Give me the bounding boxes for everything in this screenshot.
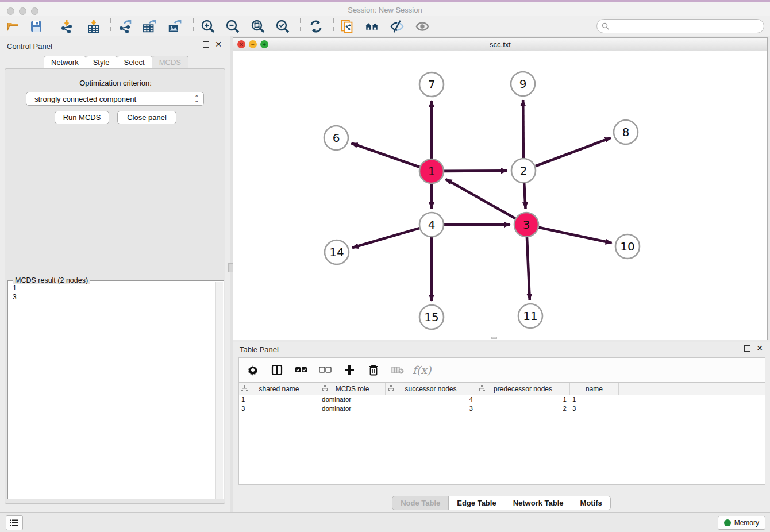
table-panel-buttons: ✕ [744,345,763,352]
show-graphics-icon[interactable] [415,19,430,34]
mcds-result-line: 1 [13,283,215,292]
network-graph-canvas[interactable]: 7968124314101511 [233,51,767,340]
search-icon [602,22,610,30]
edge-2-9[interactable] [523,100,523,158]
column-header-successor-nodes[interactable]: successor nodes [386,383,476,395]
hide-graphics-icon[interactable] [390,19,405,34]
mcds-result-list[interactable]: 13 [9,283,215,302]
optimization-criterion-dropdown[interactable]: strongly connected component ⌃⌄ [26,92,204,106]
table-cell[interactable]: dominator [319,404,386,414]
column-header-MCDS-role[interactable]: MCDS role [319,383,386,395]
node-label-6: 6 [333,131,340,145]
table-toolbar: f(x) [238,357,765,383]
node-label-14: 14 [329,245,344,259]
close-panel-icon[interactable]: ✕ [215,41,222,48]
column-header-predecessor-nodes[interactable]: predecessor nodes [476,383,570,395]
network-resize-grip[interactable] [491,337,497,339]
edge-3-11[interactable] [527,237,530,300]
table-cell[interactable]: 1 [239,395,319,404]
table-header-row: shared nameMCDS rolesuccessor nodesprede… [239,383,765,395]
network-window-titlebar[interactable]: ✕ − + scc.txt [233,38,767,51]
apply-layout-icon[interactable] [309,19,324,34]
import-table-icon[interactable] [86,19,101,34]
edge-2-8[interactable] [536,138,611,166]
float-panel-icon[interactable] [744,345,750,352]
memory-status-icon [724,519,731,526]
column-header-shared-name[interactable]: shared name [239,383,319,395]
search-input[interactable] [610,22,753,30]
import-network-icon[interactable] [59,19,74,34]
memory-button[interactable]: Memory [718,516,765,530]
edge-1-2[interactable] [444,171,507,171]
node-table[interactable]: shared nameMCDS rolesuccessor nodesprede… [238,383,765,485]
open-session-icon[interactable] [6,19,21,34]
column-settings-icon[interactable] [246,363,260,377]
application-window: Session: New Session [0,0,770,532]
tab-network-table[interactable]: Network Table [505,496,572,510]
table-cell[interactable]: 3 [239,404,319,414]
table-cell[interactable]: dominator [319,395,386,404]
node-label-8: 8 [622,125,630,139]
node-label-11: 11 [523,309,537,323]
table-panel-tabs: Node TableEdge TableNetwork TableMotifs [233,496,770,510]
table-rows: 1dominator4113dominator323 [239,395,765,414]
zoom-fit-icon[interactable] [251,19,265,34]
close-panel-icon[interactable]: ✕ [756,345,763,352]
export-image-icon[interactable] [167,19,182,34]
zoom-selected-icon[interactable] [275,19,290,34]
toolbar-separator [53,18,53,34]
column-header-name[interactable]: name [570,383,619,395]
close-panel-button[interactable]: Close panel [117,111,176,124]
table-cell[interactable]: 3 [570,404,619,414]
network-view-window: ✕ − + scc.txt 7968124314101511 [233,37,768,340]
table-cell[interactable]: 1 [570,395,619,404]
save-session-icon[interactable] [29,19,44,34]
table-row[interactable]: 1dominator411 [239,395,765,404]
tab-style[interactable]: Style [86,56,117,68]
function-builder-icon[interactable]: f(x) [415,363,429,377]
node-label-7: 7 [428,78,436,91]
select-all-icon[interactable] [294,363,308,377]
delete-column-icon[interactable] [367,363,380,377]
tab-motifs[interactable]: Motifs [572,496,611,510]
mcds-result-group: MCDS result (2 nodes) 13 [7,280,224,499]
edge-4-14[interactable] [352,228,419,248]
tab-edge-table[interactable]: Edge Table [449,496,505,510]
table-row[interactable]: 3dominator323 [239,404,765,414]
export-network-icon[interactable] [117,19,132,34]
mcds-result-scrollbar[interactable] [215,282,223,499]
tab-node-table[interactable]: Node Table [392,496,449,510]
zoom-in-icon[interactable] [201,19,215,34]
edge-1-6[interactable] [351,143,419,167]
zoom-out-icon[interactable] [225,19,240,34]
edge-3-1[interactable] [445,179,515,218]
edge-2-3[interactable] [524,183,525,209]
home-icon[interactable] [364,19,379,34]
table-cell[interactable]: 4 [386,395,476,404]
export-table-icon[interactable] [142,19,157,34]
control-panel-buttons: ✕ [203,41,222,48]
float-panel-icon[interactable] [203,41,209,48]
new-network-icon[interactable] [340,19,355,34]
node-label-9: 9 [519,77,527,91]
tab-select[interactable]: Select [117,56,152,68]
network-window-title: scc.txt [233,40,767,49]
node-label-1: 1 [428,164,436,178]
task-history-button[interactable] [6,515,23,530]
table-cell[interactable]: 2 [476,404,570,414]
dropdown-value: strongly connected component [34,95,194,103]
add-column-icon[interactable] [342,363,356,377]
search-box[interactable] [596,19,764,33]
deselect-all-icon[interactable] [318,363,332,377]
run-mcds-button[interactable]: Run MCDS [55,111,109,124]
node-label-3: 3 [523,218,530,232]
delete-table-icon[interactable] [391,363,405,377]
table-cell[interactable]: 3 [386,404,476,414]
column-browser-icon[interactable] [270,363,284,377]
node-label-10: 10 [620,240,634,253]
tab-network[interactable]: Network [44,56,86,68]
node-label-15: 15 [424,310,438,324]
edge-3-10[interactable] [539,228,612,243]
table-cell[interactable]: 1 [476,395,570,404]
tab-mcds[interactable]: MCDS [152,56,188,68]
